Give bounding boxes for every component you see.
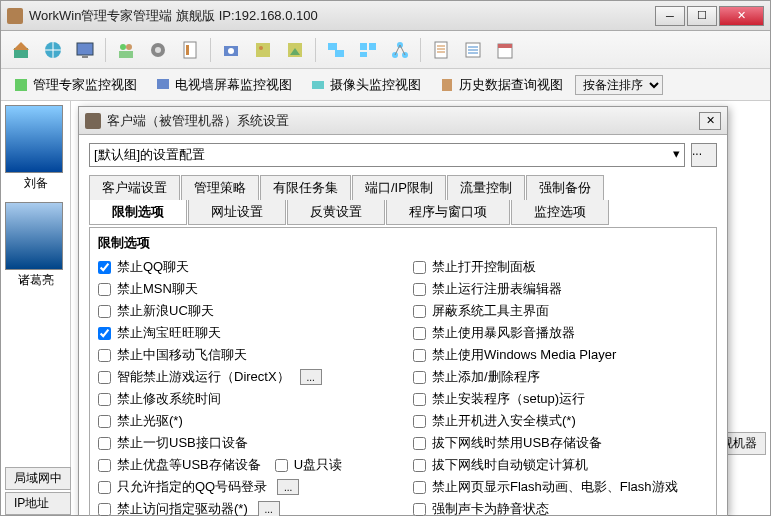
- tab-2[interactable]: 有限任务集: [260, 175, 351, 200]
- restrict-item[interactable]: 禁止淘宝旺旺聊天: [98, 322, 393, 344]
- subtab-3[interactable]: 程序与窗口项: [386, 200, 510, 225]
- view-camera[interactable]: 摄像头监控视图: [304, 74, 427, 96]
- restrict-item[interactable]: 禁止运行注册表编辑器: [413, 278, 708, 300]
- more-button[interactable]: ...: [300, 369, 322, 385]
- restrict-item[interactable]: 禁止中国移动飞信聊天: [98, 344, 393, 366]
- checkbox[interactable]: [98, 371, 111, 384]
- group-title: 限制选项: [98, 234, 708, 252]
- network-icon[interactable]: [386, 36, 414, 64]
- doc-icon[interactable]: [427, 36, 455, 64]
- home-icon[interactable]: [7, 36, 35, 64]
- restrict-item[interactable]: 禁止光驱(*): [98, 410, 393, 432]
- restrict-item[interactable]: 禁止新浪UC聊天: [98, 300, 393, 322]
- restrict-item[interactable]: 禁止修改系统时间: [98, 388, 393, 410]
- restrict-item[interactable]: 禁止网页显示Flash动画、电影、Flash游戏: [413, 476, 708, 498]
- checkbox[interactable]: [98, 261, 111, 274]
- dialog-close-button[interactable]: ✕: [699, 112, 721, 130]
- config-group-select[interactable]: [默认组]的设置配置 ▾: [89, 143, 685, 167]
- view-tvwall[interactable]: 电视墙屏幕监控视图: [149, 74, 298, 96]
- client-thumb-2[interactable]: [5, 202, 63, 270]
- checkbox[interactable]: [98, 459, 111, 472]
- restrict-item[interactable]: 拔下网线时自动锁定计算机: [413, 454, 708, 476]
- screens2-icon[interactable]: [354, 36, 382, 64]
- dialog-titlebar[interactable]: 客户端（被管理机器）系统设置 ✕: [79, 107, 727, 135]
- subtab-4[interactable]: 监控选项: [511, 200, 609, 225]
- restrict-item[interactable]: 禁止优盘等USB存储设备U盘只读: [98, 454, 393, 476]
- checkbox[interactable]: [98, 305, 111, 318]
- tab-0[interactable]: 客户端设置: [89, 175, 180, 200]
- restrict-item[interactable]: 禁止使用暴风影音播放器: [413, 322, 708, 344]
- dialog-title: 客户端（被管理机器）系统设置: [107, 112, 699, 130]
- restrict-item[interactable]: 强制声卡为静音状态: [413, 498, 708, 516]
- restrict-item[interactable]: 禁止访问指定驱动器(*)...: [98, 498, 393, 516]
- subtab-2[interactable]: 反黄设置: [287, 200, 385, 225]
- restrict-item[interactable]: 禁止安装程序（setup)运行: [413, 388, 708, 410]
- restrict-item[interactable]: 屏蔽系统工具主界面: [413, 300, 708, 322]
- more-button[interactable]: ...: [258, 501, 280, 516]
- users-icon[interactable]: [112, 36, 140, 64]
- tab-4[interactable]: 流量控制: [447, 175, 525, 200]
- restrict-item[interactable]: 禁止添加/删除程序: [413, 366, 708, 388]
- restrict-item[interactable]: 只允许指定的QQ号码登录...: [98, 476, 393, 498]
- gear-icon[interactable]: [144, 36, 172, 64]
- client-thumb-1[interactable]: [5, 105, 63, 173]
- checkbox[interactable]: [98, 349, 111, 362]
- restrict-item[interactable]: 拔下网线时禁用USB存储设备: [413, 432, 708, 454]
- restrict-item[interactable]: 禁止MSN聊天: [98, 278, 393, 300]
- checkbox[interactable]: [413, 349, 426, 362]
- image-icon[interactable]: [249, 36, 277, 64]
- restrict-label: 禁止MSN聊天: [117, 280, 198, 298]
- checkbox[interactable]: [413, 481, 426, 494]
- view-history[interactable]: 历史数据查询视图: [433, 74, 569, 96]
- subtab-0[interactable]: 限制选项: [89, 200, 187, 225]
- calendar-icon[interactable]: [491, 36, 519, 64]
- minimize-button[interactable]: ─: [655, 6, 685, 26]
- checkbox[interactable]: [98, 283, 111, 296]
- sort-select[interactable]: 按备注排序: [575, 75, 663, 95]
- checkbox[interactable]: [98, 415, 111, 428]
- checkbox[interactable]: [413, 393, 426, 406]
- checkbox[interactable]: [98, 393, 111, 406]
- tab-5[interactable]: 强制备份: [526, 175, 604, 200]
- restrict-label: 禁止一切USB接口设备: [117, 434, 248, 452]
- bottom-tab-ip[interactable]: IP地址: [5, 492, 71, 515]
- more-button[interactable]: ...: [277, 479, 299, 495]
- extra-checkbox[interactable]: [275, 459, 288, 472]
- main-titlebar[interactable]: WorkWin管理专家管理端 旗舰版 IP:192.168.0.100 ─ ☐ …: [1, 1, 770, 31]
- restrict-item[interactable]: 禁止打开控制面板: [413, 256, 708, 278]
- checkbox[interactable]: [413, 415, 426, 428]
- checkbox[interactable]: [413, 305, 426, 318]
- list-icon[interactable]: [459, 36, 487, 64]
- screens-icon[interactable]: [322, 36, 350, 64]
- restrict-item[interactable]: 禁止使用Windows Media Player: [413, 344, 708, 366]
- bottom-tab-lan[interactable]: 局域网中: [5, 467, 71, 490]
- checkbox[interactable]: [413, 503, 426, 516]
- config-more-button[interactable]: ...: [691, 143, 717, 167]
- checkbox[interactable]: [98, 481, 111, 494]
- svg-point-5: [120, 44, 126, 50]
- checkbox[interactable]: [413, 283, 426, 296]
- checkbox[interactable]: [98, 437, 111, 450]
- checkbox[interactable]: [98, 503, 111, 516]
- checkbox[interactable]: [413, 437, 426, 450]
- report-icon[interactable]: [176, 36, 204, 64]
- restrict-item[interactable]: 智能禁止游戏运行（DirectX）...: [98, 366, 393, 388]
- checkbox[interactable]: [98, 327, 111, 340]
- checkbox[interactable]: [413, 459, 426, 472]
- restrict-item[interactable]: 禁止一切USB接口设备: [98, 432, 393, 454]
- subtab-1[interactable]: 网址设置: [188, 200, 286, 225]
- checkbox[interactable]: [413, 371, 426, 384]
- checkbox[interactable]: [413, 261, 426, 274]
- restrict-item[interactable]: 禁止开机进入安全模式(*): [413, 410, 708, 432]
- maximize-button[interactable]: ☐: [687, 6, 717, 26]
- globe-icon[interactable]: [39, 36, 67, 64]
- camera-icon[interactable]: [217, 36, 245, 64]
- close-button[interactable]: ✕: [719, 6, 764, 26]
- tab-3[interactable]: 端口/IP限制: [352, 175, 446, 200]
- restrict-item[interactable]: 禁止QQ聊天: [98, 256, 393, 278]
- view-expert[interactable]: 管理专家监控视图: [7, 74, 143, 96]
- image2-icon[interactable]: [281, 36, 309, 64]
- checkbox[interactable]: [413, 327, 426, 340]
- monitor-icon[interactable]: [71, 36, 99, 64]
- tab-1[interactable]: 管理策略: [181, 175, 259, 200]
